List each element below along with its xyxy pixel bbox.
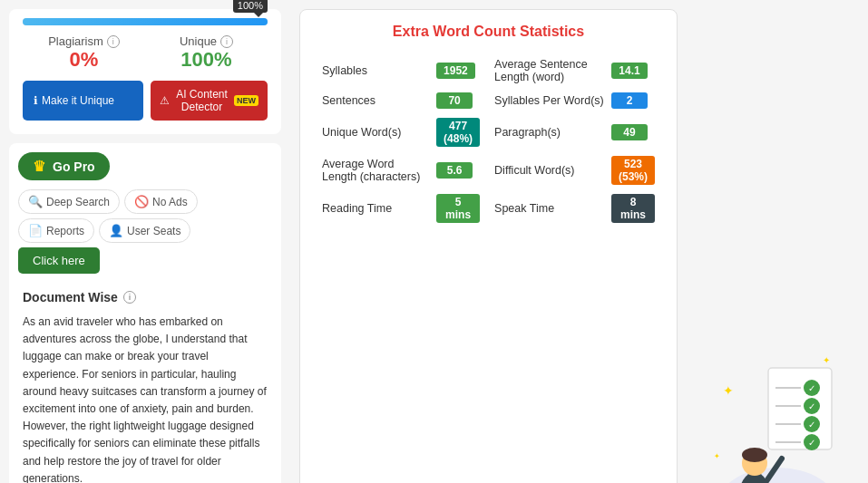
reports-icon: 📄 (28, 224, 43, 237)
plagiarism-stat: Plagiarism i 0% (23, 34, 145, 72)
stat-label: Average Word Length (characters) (318, 151, 433, 189)
gopro-bar: ♛ Go Pro (18, 152, 110, 180)
progress-bar-container: 100% (23, 18, 268, 25)
click-here-button[interactable]: Click here (18, 247, 100, 274)
reports-feature[interactable]: 📄 Reports (18, 218, 94, 243)
svg-rect-1 (768, 368, 832, 449)
plagiarism-value: 0% (23, 48, 145, 72)
make-unique-button[interactable]: ℹ Make it Unique (23, 81, 143, 121)
stat-badge: 477 (48%) (436, 118, 480, 147)
user-icon: 👤 (109, 224, 123, 237)
stat-label: Difficult Word(s) (491, 151, 608, 189)
stat-badge: 14.1 (611, 63, 648, 79)
svg-text:✓: ✓ (808, 401, 815, 411)
table-row: Reading Time 5 mins Speak Time 8 mins (318, 189, 658, 227)
stat-label: Reading Time (318, 189, 433, 227)
statistics-panel: Extra Word Count Statistics Syllables 19… (299, 9, 678, 483)
svg-text:✓: ✓ (808, 383, 815, 393)
stat-badge: 70 (436, 92, 473, 109)
left-panel: 100% Plagiarism i 0% Unique i (0, 0, 290, 483)
gopro-section: ♛ Go Pro 🔍 Deep Search 🚫 No Ads 📄 Report… (9, 143, 281, 483)
stat-label: Paragraph(s) (491, 113, 608, 151)
svg-text:✦: ✦ (823, 355, 830, 365)
warning-icon: ⚠ (160, 94, 170, 107)
gopro-features: 🔍 Deep Search 🚫 No Ads 📄 Reports 👤 User … (18, 189, 272, 274)
stats-row: Plagiarism i 0% Unique i 100% (23, 34, 268, 72)
stat-badge: 523 (53%) (611, 156, 655, 185)
stat-label: Average Sentence Length (word) (491, 53, 608, 88)
statistics-table: Syllables 1952 Average Sentence Length (… (318, 53, 658, 227)
deep-search-feature[interactable]: 🔍 Deep Search (18, 189, 120, 214)
stat-label: Syllables Per Word(s) (491, 88, 608, 113)
svg-text:✓: ✓ (808, 438, 815, 448)
stat-badge: 5 mins (436, 194, 480, 223)
unique-info-icon[interactable]: i (220, 35, 233, 48)
stat-label: Speak Time (491, 189, 608, 227)
plagiarism-label: Plagiarism i (23, 34, 145, 48)
no-ads-icon: 🚫 (134, 195, 149, 208)
statistics-title: Extra Word Count Statistics (318, 24, 658, 40)
stat-label: Unique Word(s) (318, 113, 433, 151)
info-icon-btn: ℹ (34, 94, 38, 107)
svg-point-16 (742, 448, 767, 462)
svg-text:✦: ✦ (714, 452, 720, 460)
congratulation-illustration: ✓ ✓ ✓ ✓ (705, 341, 850, 483)
action-buttons: ℹ Make it Unique ⚠ AI Content Detector N… (23, 81, 268, 121)
plagiarism-info-icon[interactable]: i (107, 35, 120, 48)
stat-badge: 49 (611, 124, 648, 140)
stat-badge: 2 (611, 92, 648, 109)
svg-text:✓: ✓ (808, 420, 815, 430)
progress-label: 100% (233, 0, 268, 13)
table-row: Sentences 70 Syllables Per Word(s) 2 (318, 88, 658, 113)
doc-wise-header: Document Wise i (23, 290, 268, 304)
crown-icon: ♛ (33, 158, 45, 175)
table-row: Average Word Length (characters) 5.6 Dif… (318, 151, 658, 189)
ai-content-button[interactable]: ⚠ AI Content Detector NEW (151, 81, 268, 121)
stat-badge: 1952 (436, 63, 475, 79)
doc-text-content: As an avid traveler who has embarked on … (23, 314, 268, 483)
unique-value: 100% (145, 48, 268, 72)
user-seats-feature[interactable]: 👤 User Seats (99, 218, 190, 243)
progress-bar-bg: 100% (23, 18, 268, 25)
stat-label: Sentences (318, 88, 433, 113)
progress-section: 100% Plagiarism i 0% Unique i (9, 9, 281, 134)
new-badge: NEW (234, 95, 258, 106)
table-row: Unique Word(s) 477 (48%) Paragraph(s) 49 (318, 113, 658, 151)
doc-wise-section: Document Wise i As an avid traveler who … (18, 283, 272, 483)
progress-bar-fill: 100% (23, 18, 268, 25)
unique-stat: Unique i 100% (145, 34, 268, 72)
no-ads-feature[interactable]: 🚫 No Ads (124, 189, 198, 214)
table-row: Syllables 1952 Average Sentence Length (… (318, 53, 658, 88)
stat-badge: 5.6 (436, 162, 473, 179)
right-panel: ✓ ✓ ✓ ✓ (687, 0, 868, 483)
search-icon: 🔍 (28, 195, 43, 208)
stat-badge: 8 mins (611, 194, 655, 223)
unique-label: Unique i (145, 34, 268, 48)
svg-text:✦: ✦ (723, 383, 734, 398)
doc-wise-info-icon[interactable]: i (123, 291, 136, 304)
stat-label: Syllables (318, 53, 433, 88)
